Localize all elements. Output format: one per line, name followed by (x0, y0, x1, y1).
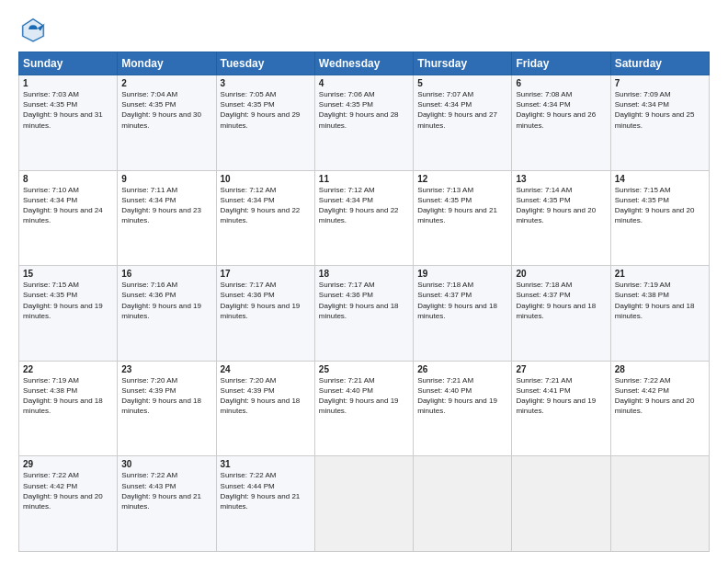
day-info: Sunrise: 7:06 AMSunset: 4:35 PMDaylight:… (319, 90, 399, 130)
day-cell: 9 Sunrise: 7:11 AMSunset: 4:34 PMDayligh… (118, 170, 216, 266)
day-info: Sunrise: 7:14 AMSunset: 4:35 PMDaylight:… (516, 186, 596, 225)
col-header-friday: Friday (512, 52, 610, 75)
day-cell: 7 Sunrise: 7:09 AMSunset: 4:34 PMDayligh… (610, 75, 709, 171)
day-number: 17 (221, 269, 311, 279)
day-number: 3 (221, 78, 311, 88)
day-info: Sunrise: 7:22 AMSunset: 4:42 PMDaylight:… (615, 376, 695, 416)
day-number: 10 (221, 174, 311, 184)
day-cell: 2 Sunrise: 7:04 AMSunset: 4:35 PMDayligh… (118, 75, 216, 171)
day-cell: 20 Sunrise: 7:18 AMSunset: 4:37 PMDaylig… (512, 266, 610, 362)
day-number: 11 (319, 174, 409, 184)
day-cell: 31 Sunrise: 7:22 AMSunset: 4:44 PMDaylig… (216, 456, 314, 552)
day-number: 4 (319, 78, 409, 88)
day-info: Sunrise: 7:17 AMSunset: 4:36 PMDaylight:… (319, 281, 399, 320)
col-header-tuesday: Tuesday (216, 52, 314, 75)
col-header-sunday: Sunday (19, 52, 118, 75)
day-cell: 5 Sunrise: 7:07 AMSunset: 4:34 PMDayligh… (414, 75, 512, 171)
day-info: Sunrise: 7:22 AMSunset: 4:44 PMDaylight:… (221, 471, 301, 511)
day-cell: 4 Sunrise: 7:06 AMSunset: 4:35 PMDayligh… (314, 75, 413, 171)
day-info: Sunrise: 7:19 AMSunset: 4:38 PMDaylight:… (615, 281, 695, 320)
day-number: 18 (319, 269, 409, 279)
day-info: Sunrise: 7:18 AMSunset: 4:37 PMDaylight:… (417, 281, 497, 320)
day-cell: 19 Sunrise: 7:18 AMSunset: 4:37 PMDaylig… (414, 266, 512, 362)
day-number: 1 (23, 78, 113, 88)
day-cell: 29 Sunrise: 7:22 AMSunset: 4:42 PMDaylig… (19, 456, 118, 552)
day-number: 31 (221, 459, 311, 469)
day-cell: 25 Sunrise: 7:21 AMSunset: 4:40 PMDaylig… (314, 361, 413, 456)
svg-marker-0 (21, 17, 45, 42)
day-info: Sunrise: 7:03 AMSunset: 4:35 PMDaylight:… (23, 90, 103, 130)
page: SundayMondayTuesdayWednesdayThursdayFrid… (0, 0, 728, 563)
day-number: 2 (121, 78, 211, 88)
day-number: 14 (615, 174, 705, 184)
day-info: Sunrise: 7:05 AMSunset: 4:35 PMDaylight:… (221, 90, 301, 130)
calendar-table: SundayMondayTuesdayWednesdayThursdayFrid… (18, 52, 710, 552)
day-info: Sunrise: 7:20 AMSunset: 4:39 PMDaylight:… (121, 376, 201, 416)
day-info: Sunrise: 7:20 AMSunset: 4:39 PMDaylight:… (221, 376, 301, 416)
day-cell: 22 Sunrise: 7:19 AMSunset: 4:38 PMDaylig… (19, 361, 118, 456)
day-cell: 17 Sunrise: 7:17 AMSunset: 4:36 PMDaylig… (216, 266, 314, 362)
day-cell: 28 Sunrise: 7:22 AMSunset: 4:42 PMDaylig… (610, 361, 709, 456)
day-number: 23 (121, 364, 211, 374)
day-number: 26 (417, 364, 507, 374)
day-cell: 16 Sunrise: 7:16 AMSunset: 4:36 PMDaylig… (118, 266, 216, 362)
day-cell: 30 Sunrise: 7:22 AMSunset: 4:43 PMDaylig… (118, 456, 216, 552)
day-cell (414, 456, 512, 552)
day-cell (314, 456, 413, 552)
col-header-wednesday: Wednesday (314, 52, 413, 75)
day-cell: 15 Sunrise: 7:15 AMSunset: 4:35 PMDaylig… (19, 266, 118, 362)
day-cell: 10 Sunrise: 7:12 AMSunset: 4:34 PMDaylig… (216, 170, 314, 266)
day-number: 15 (23, 269, 113, 279)
day-number: 22 (23, 364, 113, 374)
day-number: 12 (417, 174, 507, 184)
logo-icon (18, 15, 48, 44)
day-cell: 3 Sunrise: 7:05 AMSunset: 4:35 PMDayligh… (216, 75, 314, 171)
header-row: SundayMondayTuesdayWednesdayThursdayFrid… (19, 52, 710, 75)
day-number: 16 (121, 269, 211, 279)
logo (18, 15, 51, 44)
day-number: 8 (23, 174, 113, 184)
day-number: 29 (23, 459, 113, 469)
day-cell (512, 456, 610, 552)
day-cell: 23 Sunrise: 7:20 AMSunset: 4:39 PMDaylig… (118, 361, 216, 456)
header (18, 15, 710, 44)
day-number: 24 (221, 364, 311, 374)
day-info: Sunrise: 7:17 AMSunset: 4:36 PMDaylight:… (221, 281, 301, 320)
day-info: Sunrise: 7:21 AMSunset: 4:41 PMDaylight:… (516, 376, 596, 416)
day-info: Sunrise: 7:07 AMSunset: 4:34 PMDaylight:… (417, 90, 497, 130)
day-cell: 1 Sunrise: 7:03 AMSunset: 4:35 PMDayligh… (19, 75, 118, 171)
week-row-4: 22 Sunrise: 7:19 AMSunset: 4:38 PMDaylig… (19, 361, 710, 456)
col-header-thursday: Thursday (414, 52, 512, 75)
day-info: Sunrise: 7:12 AMSunset: 4:34 PMDaylight:… (319, 186, 399, 225)
day-info: Sunrise: 7:21 AMSunset: 4:40 PMDaylight:… (417, 376, 497, 416)
col-header-saturday: Saturday (610, 52, 709, 75)
day-cell (610, 456, 709, 552)
day-cell: 13 Sunrise: 7:14 AMSunset: 4:35 PMDaylig… (512, 170, 610, 266)
day-info: Sunrise: 7:08 AMSunset: 4:34 PMDaylight:… (516, 90, 596, 130)
day-cell: 24 Sunrise: 7:20 AMSunset: 4:39 PMDaylig… (216, 361, 314, 456)
day-info: Sunrise: 7:22 AMSunset: 4:43 PMDaylight:… (121, 471, 201, 511)
day-info: Sunrise: 7:19 AMSunset: 4:38 PMDaylight:… (23, 376, 103, 416)
day-number: 27 (516, 364, 606, 374)
day-cell: 26 Sunrise: 7:21 AMSunset: 4:40 PMDaylig… (414, 361, 512, 456)
day-cell: 6 Sunrise: 7:08 AMSunset: 4:34 PMDayligh… (512, 75, 610, 171)
day-cell: 11 Sunrise: 7:12 AMSunset: 4:34 PMDaylig… (314, 170, 413, 266)
day-number: 13 (516, 174, 606, 184)
day-number: 30 (121, 459, 211, 469)
day-number: 5 (417, 78, 507, 88)
day-info: Sunrise: 7:15 AMSunset: 4:35 PMDaylight:… (23, 281, 103, 320)
day-number: 7 (615, 78, 705, 88)
day-info: Sunrise: 7:21 AMSunset: 4:40 PMDaylight:… (319, 376, 399, 416)
week-row-3: 15 Sunrise: 7:15 AMSunset: 4:35 PMDaylig… (19, 266, 710, 362)
day-info: Sunrise: 7:10 AMSunset: 4:34 PMDaylight:… (23, 186, 103, 225)
day-number: 9 (121, 174, 211, 184)
col-header-monday: Monday (118, 52, 216, 75)
day-info: Sunrise: 7:09 AMSunset: 4:34 PMDaylight:… (615, 90, 695, 130)
day-number: 21 (615, 269, 705, 279)
day-info: Sunrise: 7:12 AMSunset: 4:34 PMDaylight:… (221, 186, 301, 225)
week-row-5: 29 Sunrise: 7:22 AMSunset: 4:42 PMDaylig… (19, 456, 710, 552)
day-info: Sunrise: 7:16 AMSunset: 4:36 PMDaylight:… (121, 281, 201, 320)
day-cell: 21 Sunrise: 7:19 AMSunset: 4:38 PMDaylig… (610, 266, 709, 362)
day-cell: 8 Sunrise: 7:10 AMSunset: 4:34 PMDayligh… (19, 170, 118, 266)
day-number: 19 (417, 269, 507, 279)
